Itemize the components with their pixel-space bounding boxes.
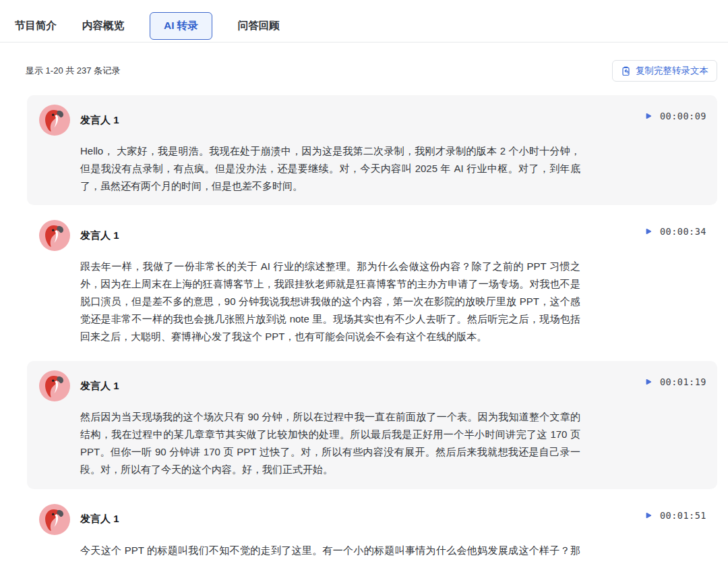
- parrot-avatar-icon: [39, 370, 70, 401]
- records-summary: 显示 1-20 共 237 条记录: [26, 65, 120, 77]
- transcript-text: Hello， 大家好，我是明浩。我现在处于崩溃中，因为这是我第二次录制，我刚才录…: [80, 142, 580, 194]
- copy-full-transcript-button[interactable]: 复制完整转录文本: [612, 60, 717, 82]
- transcript-entry: 发言人 1 00:00:09 Hello， 大家好，我是明浩。我现在处于崩溃中，…: [27, 95, 717, 205]
- play-icon[interactable]: [644, 227, 653, 235]
- play-icon[interactable]: [644, 378, 653, 386]
- speaker-name: 发言人 1: [80, 229, 119, 242]
- timestamp: 00:01:19: [660, 376, 706, 387]
- tab-content-overview[interactable]: 内容概览: [82, 13, 124, 39]
- speaker-avatar: [39, 220, 70, 251]
- transcript-toolbar: 显示 1-20 共 237 条记录 复制完整转录文本: [26, 60, 717, 82]
- speaker-avatar: [39, 370, 70, 401]
- timestamp: 00:00:34: [660, 226, 706, 237]
- transcript-text: 然后因为当天现场我的这个场次只有 90 分钟，所以在过程中我一直在前面放了一个表…: [80, 408, 580, 478]
- play-icon[interactable]: [644, 112, 653, 120]
- tab-ai-transcript[interactable]: AI 转录: [150, 12, 212, 40]
- speaker-name: 发言人 1: [80, 513, 119, 526]
- transcript-text: 跟去年一样，我做了一份非常长的关于 AI 行业的综述整理。那为什么会做这份内容？…: [80, 258, 580, 345]
- copy-button-label: 复制完整转录文本: [636, 65, 708, 77]
- speaker-avatar: [39, 504, 70, 535]
- timestamp: 00:00:09: [660, 111, 706, 121]
- parrot-avatar-icon: [39, 504, 70, 535]
- speaker-avatar: [39, 105, 70, 136]
- tab-program-intro[interactable]: 节目简介: [15, 13, 57, 39]
- speaker-name: 发言人 1: [80, 114, 119, 127]
- timestamp: 00:01:51: [660, 510, 706, 521]
- speaker-name: 发言人 1: [80, 380, 119, 393]
- transcript-list: 发言人 1 00:00:09 Hello， 大家好，我是明浩。我现在处于崩溃中，…: [27, 95, 717, 562]
- transcript-entry: 发言人 1 00:01:51 今天这个 PPT 的标题叫我们不知不觉的走到了这里…: [27, 495, 717, 562]
- tab-bar: 节目简介 内容概览 AI 转录 问答回顾: [0, 0, 728, 43]
- transcript-text: 今天这个 PPT 的标题叫我们不知不觉的走到了这里。有一个小的标题叫事情为什么会…: [80, 542, 580, 562]
- clipboard-copy-icon: [621, 66, 631, 76]
- transcript-entry: 发言人 1 00:00:34 跟去年一样，我做了一份非常长的关于 AI 行业的综…: [27, 210, 717, 356]
- parrot-avatar-icon: [39, 220, 70, 251]
- tab-qa-review[interactable]: 问答回顾: [238, 13, 280, 39]
- parrot-avatar-icon: [39, 105, 70, 136]
- transcript-entry: 发言人 1 00:01:19 然后因为当天现场我的这个场次只有 90 分钟，所以…: [27, 361, 717, 488]
- play-icon[interactable]: [644, 511, 653, 519]
